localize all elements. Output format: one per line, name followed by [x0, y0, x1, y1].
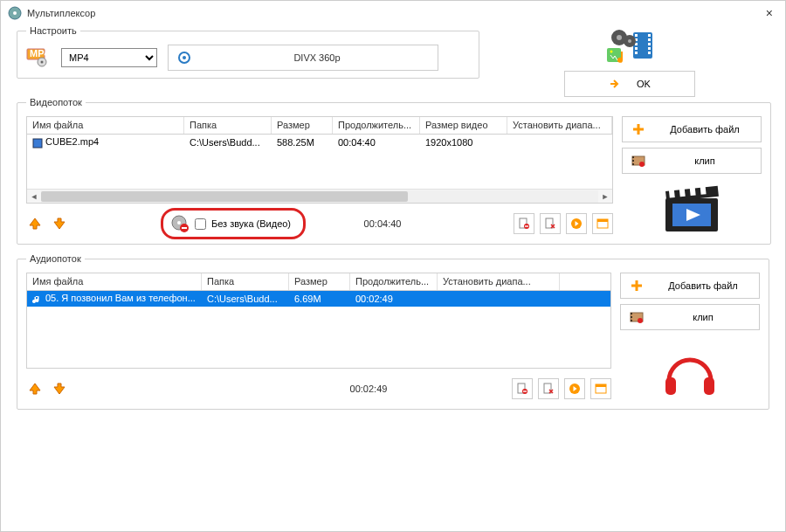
scroll-right-icon[interactable]: ►	[598, 190, 612, 204]
video-add-file-button[interactable]: Добавить файл	[622, 116, 762, 142]
video-row[interactable]: CUBE2.mp4 C:\Users\Budd... 588.25M 00:04…	[27, 135, 612, 150]
svg-rect-17	[648, 47, 651, 50]
settings-legend: Настроить	[26, 25, 80, 36]
mp4-file-icon: MP4	[26, 48, 51, 67]
video-clip-button[interactable]: клип	[622, 148, 762, 174]
audio-info-button[interactable]	[590, 378, 611, 399]
video-play-button[interactable]	[566, 213, 587, 234]
play-icon	[570, 218, 583, 230]
video-col-resolution[interactable]: Размер видео	[420, 117, 507, 134]
audio-stream-group: Аудиопоток Имя файла Папка Размер Продол…	[17, 253, 769, 410]
svg-point-24	[610, 51, 613, 53]
svg-text:MP4: MP4	[30, 48, 51, 59]
page-delete-icon	[542, 383, 555, 395]
svg-rect-57	[631, 313, 632, 314]
svg-point-41	[639, 162, 645, 167]
video-info-button[interactable]	[592, 213, 613, 234]
titlebar: Мультиплексор ×	[1, 1, 785, 25]
audio-file-icon	[32, 294, 43, 305]
svg-rect-46	[690, 186, 696, 196]
audio-move-up-button[interactable]	[26, 380, 44, 397]
svg-rect-51	[523, 390, 527, 391]
move-down-button[interactable]	[51, 215, 68, 232]
svg-point-22	[628, 39, 631, 43]
svg-rect-40	[632, 163, 634, 165]
svg-rect-12	[635, 47, 638, 50]
window-icon	[596, 218, 609, 230]
svg-rect-13	[635, 52, 638, 54]
media-collage-icon	[603, 29, 656, 66]
video-delete-button[interactable]	[540, 213, 561, 234]
audio-col-name[interactable]: Имя файла	[27, 273, 202, 290]
audio-row[interactable]: 05. Я позвонил Вам из телефон... C:\User…	[27, 291, 610, 307]
svg-point-7	[183, 56, 186, 59]
svg-rect-36	[597, 219, 608, 222]
audio-delete-button[interactable]	[538, 378, 559, 399]
svg-point-60	[638, 318, 643, 323]
video-scrollbar[interactable]: ◄ ►	[27, 189, 612, 203]
audio-play-button[interactable]	[564, 378, 585, 399]
video-stream-group: Видеопоток Имя файла Папка Размер Продол…	[17, 97, 771, 245]
plus-icon	[630, 279, 644, 293]
svg-rect-45	[679, 188, 686, 197]
preset-box[interactable]: DIVX 360p	[168, 45, 438, 71]
disc-mute-icon	[170, 214, 190, 233]
audio-remove-button[interactable]	[512, 378, 533, 399]
page-delete-icon	[544, 218, 556, 230]
svg-rect-16	[648, 43, 651, 45]
move-up-button[interactable]	[26, 215, 44, 232]
audio-add-file-button[interactable]: Добавить файл	[620, 273, 760, 299]
app-icon	[8, 6, 22, 20]
svg-rect-59	[631, 320, 632, 321]
svg-rect-44	[669, 189, 675, 198]
video-col-folder[interactable]: Папка	[184, 117, 272, 134]
audio-col-size[interactable]: Размер	[289, 273, 350, 290]
plus-icon	[631, 122, 645, 136]
video-total-duration: 00:04:40	[313, 218, 452, 229]
page-remove-icon	[518, 218, 530, 230]
settings-group: Настроить MP4 MP4 DIVX 360p	[17, 25, 479, 79]
video-file-icon	[32, 138, 43, 149]
svg-rect-9	[635, 34, 638, 37]
svg-rect-32	[525, 225, 528, 226]
video-col-name[interactable]: Имя файла	[27, 117, 184, 134]
audio-col-range[interactable]: Установить диапа...	[438, 273, 560, 290]
svg-rect-62	[704, 377, 714, 395]
svg-rect-61	[665, 377, 676, 395]
filmstrip-icon	[630, 310, 644, 324]
video-col-range[interactable]: Установить диапа...	[507, 117, 612, 134]
close-button[interactable]: ×	[761, 4, 778, 22]
scroll-left-icon[interactable]: ◄	[27, 190, 41, 204]
svg-rect-39	[632, 160, 634, 162]
video-legend: Видеопоток	[26, 97, 86, 107]
svg-point-1	[13, 11, 17, 15]
audio-col-duration[interactable]: Продолжитель...	[350, 273, 438, 290]
ok-label: OK	[637, 79, 651, 89]
svg-point-5	[41, 61, 44, 64]
format-select[interactable]: MP4	[61, 48, 157, 67]
video-col-size[interactable]: Размер	[272, 117, 333, 134]
svg-rect-25	[33, 139, 42, 148]
multiplexer-window: Мультиплексор × Настроить MP4 MP4 DIVX 3…	[0, 0, 786, 532]
audio-clip-button[interactable]: клип	[620, 304, 760, 330]
audio-move-down-button[interactable]	[51, 380, 68, 397]
svg-rect-47	[700, 185, 707, 195]
video-remove-button[interactable]	[514, 213, 534, 234]
svg-rect-15	[648, 38, 651, 41]
filmstrip-icon	[631, 154, 645, 168]
arrow-right-icon	[609, 78, 621, 90]
page-remove-icon	[516, 383, 528, 395]
clapperboard-icon	[660, 184, 723, 235]
mute-video-checkbox[interactable]	[195, 218, 206, 230]
audio-col-folder[interactable]: Папка	[202, 273, 289, 290]
gear-icon	[177, 51, 191, 65]
video-col-duration[interactable]: Продолжитель...	[333, 117, 420, 134]
svg-point-20	[617, 35, 622, 40]
window-icon	[595, 383, 607, 395]
mute-video-highlight: Без звука (Видео)	[161, 208, 306, 239]
svg-rect-58	[631, 316, 632, 318]
headphones-icon	[658, 346, 721, 397]
audio-total-duration: 00:02:49	[299, 383, 438, 394]
ok-button[interactable]: OK	[564, 71, 695, 97]
svg-rect-55	[596, 384, 606, 387]
